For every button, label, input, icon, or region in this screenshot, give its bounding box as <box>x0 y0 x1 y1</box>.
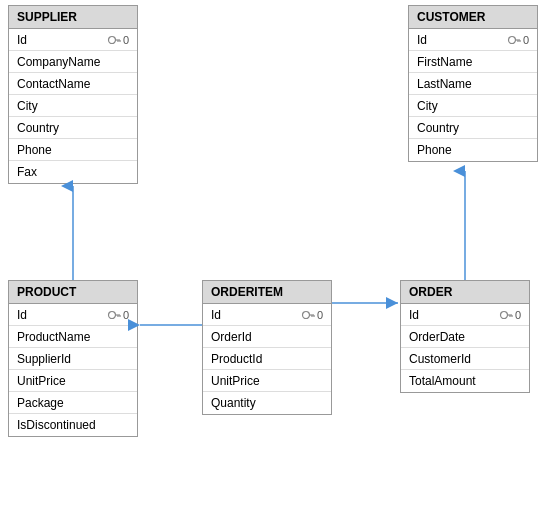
customer-country-field: Country <box>417 121 459 135</box>
supplier-contactname-row: ContactName <box>9 73 137 95</box>
customer-country-row: Country <box>409 117 537 139</box>
svg-point-0 <box>108 36 115 43</box>
customer-lastname-row: LastName <box>409 73 537 95</box>
svg-point-4 <box>508 36 515 43</box>
customer-id-key: 0 <box>507 34 529 46</box>
customer-id-field: Id <box>417 33 427 47</box>
svg-point-12 <box>302 311 309 318</box>
order-title: ORDER <box>401 281 529 304</box>
orderitem-productid-field: ProductId <box>211 352 262 366</box>
order-id-key: 0 <box>499 309 521 321</box>
customer-city-row: City <box>409 95 537 117</box>
orderitem-quantity-row: Quantity <box>203 392 331 414</box>
supplier-city-row: City <box>9 95 137 117</box>
supplier-entity: SUPPLIER Id 0 CompanyName ContactName Ci… <box>8 5 138 184</box>
customer-firstname-row: FirstName <box>409 51 537 73</box>
customer-entity: CUSTOMER Id 0 FirstName LastName City Co… <box>408 5 538 162</box>
product-id-row: Id 0 <box>9 304 137 326</box>
customer-title: CUSTOMER <box>409 6 537 29</box>
diagram: SUPPLIER Id 0 CompanyName ContactName Ci… <box>0 0 550 531</box>
product-id-field: Id <box>17 308 27 322</box>
supplier-title: SUPPLIER <box>9 6 137 29</box>
supplier-companyname-row: CompanyName <box>9 51 137 73</box>
product-package-row: Package <box>9 392 137 414</box>
supplier-id-row: Id 0 <box>9 29 137 51</box>
product-unitprice-field: UnitPrice <box>17 374 66 388</box>
product-entity: PRODUCT Id 0 ProductName SupplierId Unit… <box>8 280 138 437</box>
supplier-id-key: 0 <box>107 34 129 46</box>
order-totalamount-row: TotalAmount <box>401 370 529 392</box>
customer-id-row: Id 0 <box>409 29 537 51</box>
orderitem-unitprice-field: UnitPrice <box>211 374 260 388</box>
orderitem-quantity-field: Quantity <box>211 396 256 410</box>
product-supplierid-row: SupplierId <box>9 348 137 370</box>
orderitem-title: ORDERITEM <box>203 281 331 304</box>
orderitem-entity: ORDERITEM Id 0 OrderId ProductId UnitPri… <box>202 280 332 415</box>
order-orderdate-row: OrderDate <box>401 326 529 348</box>
order-totalamount-field: TotalAmount <box>409 374 476 388</box>
orderitem-id-row: Id 0 <box>203 304 331 326</box>
product-supplierid-field: SupplierId <box>17 352 71 366</box>
supplier-contactname-field: ContactName <box>17 77 90 91</box>
supplier-phone-row: Phone <box>9 139 137 161</box>
orderitem-orderid-row: OrderId <box>203 326 331 348</box>
orderitem-id-field: Id <box>211 308 221 322</box>
svg-point-16 <box>500 311 507 318</box>
orderitem-productid-row: ProductId <box>203 348 331 370</box>
orderitem-id-key: 0 <box>301 309 323 321</box>
svg-point-8 <box>108 311 115 318</box>
supplier-phone-field: Phone <box>17 143 52 157</box>
supplier-fax-row: Fax <box>9 161 137 183</box>
product-package-field: Package <box>17 396 64 410</box>
product-productname-field: ProductName <box>17 330 90 344</box>
supplier-companyname-field: CompanyName <box>17 55 100 69</box>
product-isdiscontinued-field: IsDiscontinued <box>17 418 96 432</box>
supplier-city-field: City <box>17 99 38 113</box>
customer-phone-field: Phone <box>417 143 452 157</box>
order-id-field: Id <box>409 308 419 322</box>
order-id-row: Id 0 <box>401 304 529 326</box>
supplier-fax-field: Fax <box>17 165 37 179</box>
orderitem-unitprice-row: UnitPrice <box>203 370 331 392</box>
supplier-country-field: Country <box>17 121 59 135</box>
order-customerid-field: CustomerId <box>409 352 471 366</box>
customer-lastname-field: LastName <box>417 77 472 91</box>
orderitem-orderid-field: OrderId <box>211 330 252 344</box>
order-customerid-row: CustomerId <box>401 348 529 370</box>
product-title: PRODUCT <box>9 281 137 304</box>
customer-phone-row: Phone <box>409 139 537 161</box>
customer-firstname-field: FirstName <box>417 55 472 69</box>
supplier-id-field: Id <box>17 33 27 47</box>
product-isdiscontinued-row: IsDiscontinued <box>9 414 137 436</box>
supplier-country-row: Country <box>9 117 137 139</box>
order-orderdate-field: OrderDate <box>409 330 465 344</box>
product-productname-row: ProductName <box>9 326 137 348</box>
order-entity: ORDER Id 0 OrderDate CustomerId TotalAmo… <box>400 280 530 393</box>
product-id-key: 0 <box>107 309 129 321</box>
customer-city-field: City <box>417 99 438 113</box>
product-unitprice-row: UnitPrice <box>9 370 137 392</box>
